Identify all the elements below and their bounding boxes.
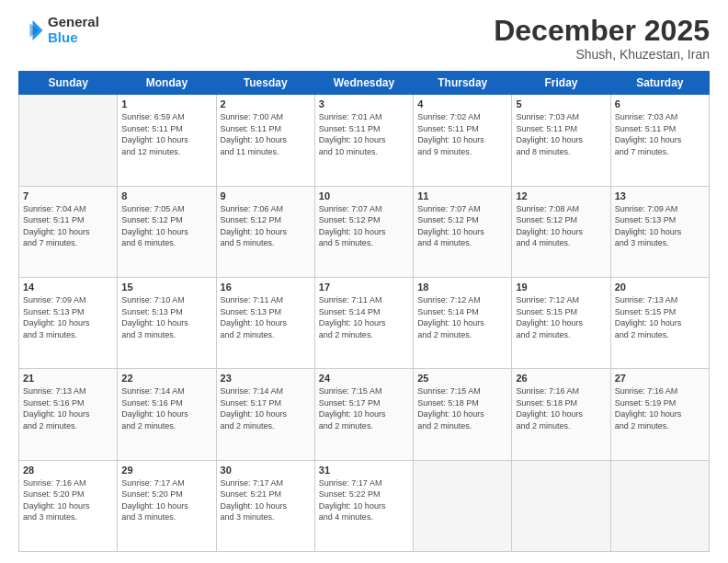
cell-text: Sunrise: 7:03 AMSunset: 5:11 PMDaylight:… <box>516 111 606 157</box>
cell-text: Sunrise: 7:10 AMSunset: 5:13 PMDaylight:… <box>121 294 211 340</box>
cell-text: Sunrise: 7:13 AMSunset: 5:15 PMDaylight:… <box>615 294 705 340</box>
calendar-day-header: Monday <box>118 72 216 95</box>
logo-blue: Blue <box>48 30 99 46</box>
calendar-cell <box>610 460 709 551</box>
cell-text: Sunrise: 7:13 AMSunset: 5:16 PMDaylight:… <box>23 385 113 431</box>
calendar-cell: 29Sunrise: 7:17 AMSunset: 5:20 PMDayligh… <box>118 460 216 551</box>
calendar-cell: 31Sunrise: 7:17 AMSunset: 5:22 PMDayligh… <box>314 460 413 551</box>
calendar-day-header: Wednesday <box>314 72 413 95</box>
day-number: 6 <box>615 98 705 109</box>
day-number: 31 <box>319 465 409 476</box>
cell-text: Sunrise: 7:04 AMSunset: 5:11 PMDaylight:… <box>23 203 113 249</box>
cell-text: Sunrise: 7:16 AMSunset: 5:18 PMDaylight:… <box>516 385 606 431</box>
day-number: 9 <box>221 190 311 201</box>
day-number: 11 <box>417 190 507 201</box>
cell-text: Sunrise: 7:05 AMSunset: 5:12 PMDaylight:… <box>121 203 211 249</box>
cell-text: Sunrise: 7:02 AMSunset: 5:11 PMDaylight:… <box>417 111 507 157</box>
day-number: 4 <box>417 98 507 109</box>
subtitle: Shush, Khuzestan, Iran <box>494 47 710 62</box>
calendar-cell: 16Sunrise: 7:11 AMSunset: 5:13 PMDayligh… <box>216 277 314 368</box>
calendar-cell: 6Sunrise: 7:03 AMSunset: 5:11 PMDaylight… <box>610 95 709 186</box>
calendar-cell <box>414 460 512 551</box>
calendar-day-header: Saturday <box>610 72 709 95</box>
calendar-cell: 2Sunrise: 7:00 AMSunset: 5:11 PMDaylight… <box>216 95 314 186</box>
logo-general: General <box>48 15 99 30</box>
cell-text: Sunrise: 7:01 AMSunset: 5:11 PMDaylight:… <box>319 111 409 157</box>
calendar-cell: 8Sunrise: 7:05 AMSunset: 5:12 PMDaylight… <box>118 186 216 277</box>
cell-text: Sunrise: 7:12 AMSunset: 5:14 PMDaylight:… <box>417 294 507 340</box>
day-number: 23 <box>221 373 311 384</box>
day-number: 26 <box>516 373 606 384</box>
day-number: 2 <box>221 98 311 109</box>
cell-text: Sunrise: 7:03 AMSunset: 5:11 PMDaylight:… <box>615 111 705 157</box>
calendar-row: 14Sunrise: 7:09 AMSunset: 5:13 PMDayligh… <box>19 277 710 368</box>
day-number: 5 <box>516 98 606 109</box>
calendar-day-header: Sunday <box>19 72 118 95</box>
calendar-cell: 24Sunrise: 7:15 AMSunset: 5:17 PMDayligh… <box>314 369 413 460</box>
calendar-row: 1Sunrise: 6:59 AMSunset: 5:11 PMDaylight… <box>19 95 710 186</box>
calendar-cell: 21Sunrise: 7:13 AMSunset: 5:16 PMDayligh… <box>19 369 118 460</box>
calendar-cell: 18Sunrise: 7:12 AMSunset: 5:14 PMDayligh… <box>414 277 512 368</box>
calendar-cell: 17Sunrise: 7:11 AMSunset: 5:14 PMDayligh… <box>314 277 413 368</box>
day-number: 19 <box>516 282 606 293</box>
page: General Blue December 2025 Shush, Khuzes… <box>0 0 728 563</box>
day-number: 14 <box>23 282 113 293</box>
header: General Blue December 2025 Shush, Khuzes… <box>18 15 710 62</box>
calendar-header-row: SundayMondayTuesdayWednesdayThursdayFrid… <box>19 72 710 95</box>
day-number: 3 <box>319 98 409 109</box>
cell-text: Sunrise: 7:06 AMSunset: 5:12 PMDaylight:… <box>221 203 311 249</box>
calendar-cell: 12Sunrise: 7:08 AMSunset: 5:12 PMDayligh… <box>512 186 610 277</box>
calendar-day-header: Tuesday <box>216 72 314 95</box>
calendar-cell: 14Sunrise: 7:09 AMSunset: 5:13 PMDayligh… <box>19 277 118 368</box>
cell-text: Sunrise: 7:15 AMSunset: 5:17 PMDaylight:… <box>319 385 409 431</box>
cell-text: Sunrise: 7:00 AMSunset: 5:11 PMDaylight:… <box>221 111 311 157</box>
day-number: 12 <box>516 190 606 201</box>
calendar-cell: 15Sunrise: 7:10 AMSunset: 5:13 PMDayligh… <box>118 277 216 368</box>
logo: General Blue <box>18 15 99 45</box>
calendar-row: 7Sunrise: 7:04 AMSunset: 5:11 PMDaylight… <box>19 186 710 277</box>
title-block: December 2025 Shush, Khuzestan, Iran <box>494 15 710 62</box>
cell-text: Sunrise: 7:09 AMSunset: 5:13 PMDaylight:… <box>615 203 705 249</box>
cell-text: Sunrise: 7:17 AMSunset: 5:20 PMDaylight:… <box>121 477 211 523</box>
day-number: 28 <box>23 465 113 476</box>
calendar-cell: 28Sunrise: 7:16 AMSunset: 5:20 PMDayligh… <box>19 460 118 551</box>
calendar-cell: 5Sunrise: 7:03 AMSunset: 5:11 PMDaylight… <box>512 95 610 186</box>
calendar-cell: 22Sunrise: 7:14 AMSunset: 5:16 PMDayligh… <box>118 369 216 460</box>
day-number: 15 <box>121 282 211 293</box>
day-number: 30 <box>221 465 311 476</box>
day-number: 8 <box>121 190 211 201</box>
calendar-cell: 10Sunrise: 7:07 AMSunset: 5:12 PMDayligh… <box>314 186 413 277</box>
logo-text: General Blue <box>48 15 99 45</box>
calendar-row: 21Sunrise: 7:13 AMSunset: 5:16 PMDayligh… <box>19 369 710 460</box>
cell-text: Sunrise: 7:09 AMSunset: 5:13 PMDaylight:… <box>23 294 113 340</box>
day-number: 16 <box>221 282 311 293</box>
day-number: 27 <box>615 373 705 384</box>
calendar-cell: 30Sunrise: 7:17 AMSunset: 5:21 PMDayligh… <box>216 460 314 551</box>
calendar-cell <box>512 460 610 551</box>
calendar-cell: 3Sunrise: 7:01 AMSunset: 5:11 PMDaylight… <box>314 95 413 186</box>
cell-text: Sunrise: 7:14 AMSunset: 5:16 PMDaylight:… <box>121 385 211 431</box>
calendar-day-header: Thursday <box>414 72 512 95</box>
cell-text: Sunrise: 7:07 AMSunset: 5:12 PMDaylight:… <box>417 203 507 249</box>
day-number: 21 <box>23 373 113 384</box>
cell-text: Sunrise: 7:11 AMSunset: 5:13 PMDaylight:… <box>221 294 311 340</box>
calendar-table: SundayMondayTuesdayWednesdayThursdayFrid… <box>18 71 710 552</box>
calendar-cell <box>19 95 118 186</box>
cell-text: Sunrise: 7:12 AMSunset: 5:15 PMDaylight:… <box>516 294 606 340</box>
calendar-cell: 1Sunrise: 6:59 AMSunset: 5:11 PMDaylight… <box>118 95 216 186</box>
calendar-day-header: Friday <box>512 72 610 95</box>
cell-text: Sunrise: 7:16 AMSunset: 5:19 PMDaylight:… <box>615 385 705 431</box>
cell-text: Sunrise: 7:16 AMSunset: 5:20 PMDaylight:… <box>23 477 113 523</box>
calendar-cell: 25Sunrise: 7:15 AMSunset: 5:18 PMDayligh… <box>414 369 512 460</box>
calendar-cell: 23Sunrise: 7:14 AMSunset: 5:17 PMDayligh… <box>216 369 314 460</box>
calendar-cell: 26Sunrise: 7:16 AMSunset: 5:18 PMDayligh… <box>512 369 610 460</box>
day-number: 1 <box>121 98 211 109</box>
calendar-row: 28Sunrise: 7:16 AMSunset: 5:20 PMDayligh… <box>19 460 710 551</box>
calendar-cell: 7Sunrise: 7:04 AMSunset: 5:11 PMDaylight… <box>19 186 118 277</box>
calendar-cell: 11Sunrise: 7:07 AMSunset: 5:12 PMDayligh… <box>414 186 512 277</box>
day-number: 10 <box>319 190 409 201</box>
day-number: 20 <box>615 282 705 293</box>
cell-text: Sunrise: 7:08 AMSunset: 5:12 PMDaylight:… <box>516 203 606 249</box>
cell-text: Sunrise: 6:59 AMSunset: 5:11 PMDaylight:… <box>121 111 211 157</box>
logo-icon <box>18 17 44 43</box>
